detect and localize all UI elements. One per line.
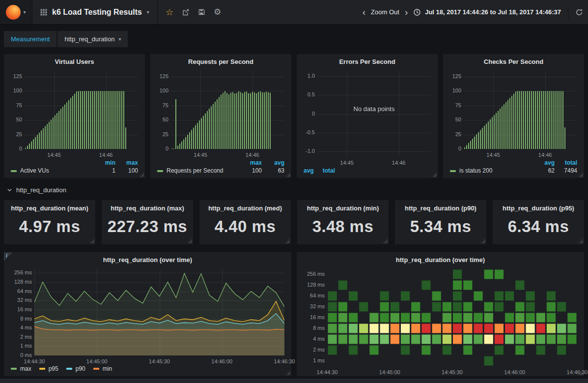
bottom-scrollbar[interactable] [0, 379, 588, 383]
axis-tick-label: 0 [458, 146, 461, 151]
stat-value: 4.97 ms [4, 212, 95, 244]
template-variable-bar: Measurement http_req_duration ▾ [0, 25, 588, 47]
dashboard-actions: ☆ ⚙ [158, 8, 229, 17]
chevron-down-icon: ▾ [118, 37, 121, 42]
axis-tick-label: 1.0 [308, 73, 315, 79]
grafana-logo-icon [6, 5, 21, 20]
x-axis: 14:4514:46 [317, 158, 431, 167]
axis-tick-label: 0 [19, 146, 22, 151]
stat-value: 3.48 ms [297, 212, 389, 244]
legend-stat-value: 62 [532, 167, 555, 175]
stat-value: 6.34 ms [493, 212, 584, 244]
panel-title[interactable]: http_req_duration (med) [199, 200, 291, 212]
axis-tick-label: 14:46 [246, 152, 259, 158]
panel-title[interactable]: http_req_duration (max) [102, 200, 193, 212]
plot-area[interactable]: No data points [317, 71, 431, 157]
legend-series-label[interactable]: Requests per Second [157, 167, 239, 175]
star-icon[interactable]: ☆ [166, 8, 173, 17]
axis-tick-label: 32 ms [310, 303, 325, 309]
panel-title[interactable]: Requests per Second [150, 54, 291, 67]
chevron-down-icon [7, 187, 12, 193]
axis-tick-label: 128 ms [307, 282, 325, 288]
axis-tick-label: 25 [16, 131, 22, 137]
axis-tick-label: 14:45:00 [379, 369, 400, 375]
plot-area[interactable] [327, 269, 577, 366]
zoom-out-button[interactable]: Zoom Out [371, 8, 399, 16]
y-axis: 0255075100125 [8, 71, 25, 149]
panel-title[interactable]: Checks Per Second [443, 54, 584, 67]
legend-series-label[interactable]: Active VUs [11, 167, 93, 175]
legend-stat-header[interactable]: min [93, 159, 115, 167]
panel-title[interactable]: http_req_duration (over time) [4, 252, 291, 265]
row-toggle-http-req-duration[interactable]: http_req_duration [7, 184, 588, 195]
no-data-text: No data points [317, 105, 431, 113]
save-icon[interactable] [198, 8, 205, 16]
axis-tick-label: 16 ms [17, 306, 32, 312]
panel-stat-min: http_req_duration (min) 3.48 ms [297, 200, 389, 244]
legend-swatch [450, 170, 456, 172]
axis-tick-label: 75 [16, 102, 22, 108]
legend-table: avgtotalis status 200627494 [450, 159, 577, 175]
panel-requests-per-second: Requests per Second 0255075100125 14:451… [150, 54, 291, 178]
axis-tick-label: 4 ms [313, 336, 325, 342]
legend-item-max[interactable]: max [11, 365, 31, 372]
panel-title[interactable]: Errors Per Second [297, 54, 438, 67]
time-shift-left-icon[interactable]: ‹ [363, 7, 365, 17]
legend-stat-header[interactable]: max [239, 159, 262, 167]
plot-area[interactable] [464, 71, 577, 149]
panel-checks-per-second: Checks Per Second 0255075100125 14:4514:… [443, 54, 584, 178]
gear-icon[interactable]: ⚙ [214, 8, 221, 16]
share-icon[interactable] [182, 8, 190, 16]
legend-label: min [103, 365, 112, 372]
grafana-menu-button[interactable]: ▾ [0, 0, 32, 24]
panel-title[interactable]: http_req_duration (p95) [493, 200, 584, 212]
plot-area[interactable] [34, 269, 284, 355]
legend-stat-value: 1 [93, 167, 115, 175]
legend: avgtotalis status 200627494 [443, 159, 584, 178]
legend-swatch [66, 368, 72, 370]
dashboard-title-dropdown[interactable]: k6 Load Testing Results ▾ [32, 0, 158, 24]
refresh-icon[interactable] [575, 8, 583, 16]
axis-tick-label: 2 ms [20, 334, 32, 340]
graph-area: 0 ms1 ms2 ms4 ms8 ms16 ms32 ms64 ms128 m… [8, 266, 287, 365]
variable-value-dropdown[interactable]: http_req_duration ▾ [57, 31, 128, 47]
legend-swatch [11, 368, 17, 370]
time-shift-right-icon[interactable]: › [405, 7, 408, 17]
axis-tick-label: 50 [455, 117, 461, 122]
legend-item-p95[interactable]: p95 [39, 365, 58, 372]
legend-stat-header[interactable]: total [555, 159, 577, 167]
axis-tick-label: 25 [163, 131, 168, 137]
legend-stat-header[interactable]: max [115, 159, 138, 167]
panel-title[interactable]: http_req_duration (mean) [4, 200, 95, 212]
legend-table: maxavgRequests per Second10063 [157, 159, 284, 175]
legend-stat-header[interactable]: total [323, 167, 344, 175]
chart-canvas [34, 269, 284, 355]
axis-tick-label: 14:44:30 [317, 369, 338, 375]
axis-tick-label: 4 ms [20, 324, 32, 330]
axis-tick-label: 2 ms [313, 347, 325, 353]
legend-item-min[interactable]: min [93, 365, 112, 372]
legend-item-p90[interactable]: p90 [66, 365, 85, 372]
panel-title[interactable]: http_req_duration (p90) [395, 200, 486, 212]
y-axis: 0255075100125 [447, 71, 464, 149]
plot-area[interactable] [25, 71, 138, 149]
y-axis: 256 ms128 ms64 ms32 ms16 ms8 ms4 ms2 ms1… [301, 269, 327, 366]
legend-stat-header[interactable]: avg [532, 159, 555, 167]
legend-stat-header[interactable]: avg [304, 167, 323, 175]
axis-tick-label: 14:45 [340, 160, 354, 166]
plot-area[interactable] [171, 71, 284, 149]
graph-area: -1.0-0.500.51.0 No data points 14:4514:4… [301, 68, 434, 167]
panel-title[interactable]: http_req_duration (min) [297, 200, 389, 212]
panel-title[interactable]: http_req_duration (over time) [297, 252, 584, 265]
panel-title[interactable]: Virtual Users [4, 54, 145, 67]
time-range-picker[interactable]: Jul 18, 2017 14:44:26 to Jul 18, 2017 14… [413, 8, 561, 16]
axis-tick-label: -0.5 [306, 129, 315, 135]
legend-stat-header[interactable]: avg [262, 159, 284, 167]
axis-tick-label: 125 [13, 73, 22, 79]
axis-tick-label: 32 ms [17, 297, 32, 303]
axis-tick-label: 14:45 [194, 152, 207, 158]
axis-tick-label: 100 [160, 88, 168, 93]
graph-area: 0255075100125 14:4514:46 [8, 68, 141, 159]
panel-info-icon[interactable]: i [4, 252, 13, 261]
legend-series-label[interactable]: is status 200 [450, 167, 532, 175]
